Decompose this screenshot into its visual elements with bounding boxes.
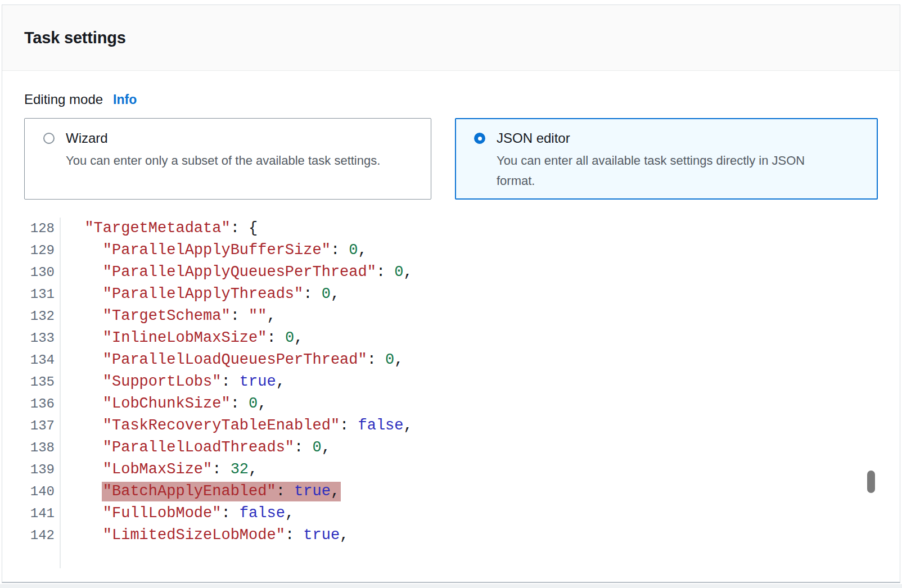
- code-line[interactable]: 129 "ParallelApplyBufferSize": 0,: [2, 239, 900, 261]
- line-number: 133: [2, 327, 61, 349]
- info-link[interactable]: Info: [113, 92, 137, 107]
- radio-button-icon[interactable]: [43, 133, 55, 144]
- option-tile-header: JSON editor: [474, 130, 863, 146]
- editing-mode-label: Editing mode: [24, 91, 103, 107]
- code-line[interactable]: 131 "ParallelApplyThreads": 0,: [2, 283, 900, 305]
- code-line[interactable]: 142 "LimitedSizeLobMode": true,: [2, 524, 900, 546]
- code-line[interactable]: 136 "LobChunkSize": 0,: [2, 393, 900, 415]
- code-text: "TargetSchema": "",: [61, 305, 276, 327]
- option-tile-json-editor[interactable]: JSON editor You can enter all available …: [455, 118, 878, 200]
- line-number: 134: [2, 349, 61, 371]
- line-number: 141: [2, 503, 61, 524]
- task-settings-panel: Task settings Editing mode Info Wizard Y…: [2, 4, 900, 583]
- code-line[interactable]: 139 "LobMaxSize": 32,: [2, 459, 900, 481]
- line-number: 138: [2, 437, 61, 459]
- code-line[interactable]: 133 "InlineLobMaxSize": 0,: [2, 327, 900, 349]
- code-line[interactable]: 128 "TargetMetadata": {: [2, 218, 900, 239]
- code-text: [61, 546, 66, 568]
- option-title: JSON editor: [497, 130, 570, 146]
- line-number: 135: [2, 371, 61, 393]
- code-line[interactable]: 141 "FullLobMode": false,: [2, 503, 900, 524]
- line-number: 139: [2, 459, 61, 481]
- line-number: 131: [2, 283, 61, 305]
- option-tile-wizard[interactable]: Wizard You can enter only a subset of th…: [24, 118, 431, 200]
- option-tile-header: Wizard: [43, 130, 417, 146]
- code-text: "TargetMetadata": {: [61, 218, 258, 239]
- option-description: You can enter only a subset of the avail…: [66, 151, 411, 171]
- code-text: "ParallelApplyThreads": 0,: [61, 283, 340, 305]
- code-text: "ParallelApplyQueuesPerThread": 0,: [61, 261, 413, 283]
- code-line[interactable]: [2, 546, 900, 568]
- code-text: "SupportLobs": true,: [61, 371, 285, 393]
- code-line[interactable]: 130 "ParallelApplyQueuesPerThread": 0,: [2, 261, 900, 283]
- code-text: "LimitedSizeLobMode": true,: [61, 524, 349, 546]
- code-line[interactable]: 132 "TargetSchema": "",: [2, 305, 900, 327]
- line-number: 137: [2, 415, 61, 437]
- code-line[interactable]: 135 "SupportLobs": true,: [2, 371, 900, 393]
- line-number: 136: [2, 393, 61, 415]
- line-number: 130: [2, 261, 61, 283]
- option-description: You can enter all available task setting…: [497, 151, 842, 191]
- radio-button-icon[interactable]: [474, 133, 485, 144]
- code-text: "LobChunkSize": 0,: [61, 393, 267, 415]
- page-bottom-strip: [0, 584, 902, 588]
- code-text: "ParallelLoadQueuesPerThread": 0,: [61, 349, 404, 371]
- code-line[interactable]: 138 "ParallelLoadThreads": 0,: [2, 437, 900, 459]
- code-text: "FullLobMode": false,: [61, 503, 294, 524]
- line-number: 142: [2, 524, 61, 546]
- line-number: [2, 546, 61, 568]
- option-title: Wizard: [66, 130, 108, 146]
- code-line[interactable]: 137 "TaskRecoveryTableEnabled": false,: [2, 415, 900, 437]
- editing-mode-options: Wizard You can enter only a subset of th…: [24, 118, 878, 200]
- code-text: "BatchApplyEnabled": true,: [61, 481, 340, 503]
- code-text: "ParallelLoadThreads": 0,: [61, 437, 331, 459]
- scrollbar-thumb[interactable]: [867, 471, 875, 493]
- highlighted-code: "BatchApplyEnabled": true,: [102, 482, 341, 501]
- panel-title: Task settings: [24, 29, 126, 47]
- page: Task settings Editing mode Info Wizard Y…: [0, 0, 902, 588]
- code-text: "LobMaxSize": 32,: [61, 459, 258, 481]
- code-text: "InlineLobMaxSize": 0,: [61, 327, 303, 349]
- line-number: 132: [2, 305, 61, 327]
- code-lines: 128 "TargetMetadata": {129 "ParallelAppl…: [2, 218, 900, 568]
- editing-mode-row: Editing mode Info: [24, 91, 878, 107]
- panel-header: Task settings: [2, 5, 900, 71]
- code-text: "TaskRecoveryTableEnabled": false,: [61, 415, 413, 437]
- line-number: 129: [2, 239, 61, 261]
- code-line[interactable]: 140 "BatchApplyEnabled": true,: [2, 481, 900, 503]
- code-text: "ParallelApplyBufferSize": 0,: [61, 239, 367, 261]
- json-code-editor[interactable]: 128 "TargetMetadata": {129 "ParallelAppl…: [2, 218, 900, 568]
- line-number: 128: [2, 218, 61, 239]
- code-line[interactable]: 134 "ParallelLoadQueuesPerThread": 0,: [2, 349, 900, 371]
- line-number: 140: [2, 481, 61, 503]
